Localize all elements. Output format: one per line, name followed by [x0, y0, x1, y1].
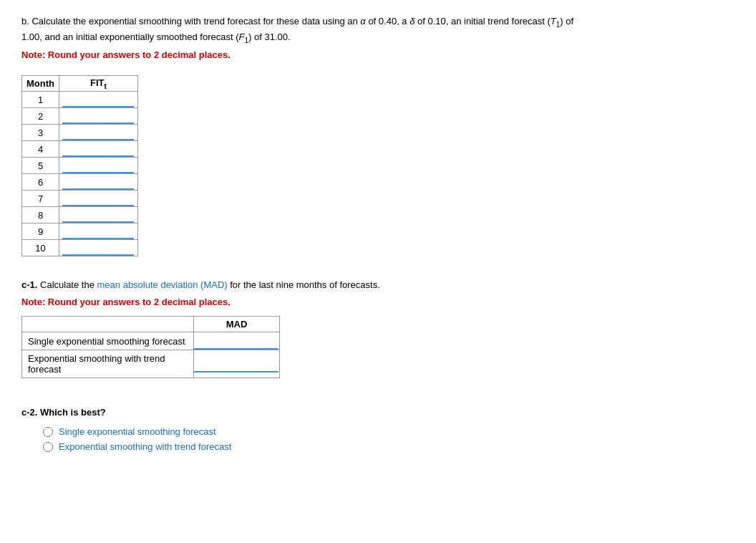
mad-table-label-cell: Exponential smoothing with trend forecas…	[22, 350, 194, 378]
mad-table-label-cell: Single exponential smoothing forecast	[22, 332, 194, 350]
fit-table-input-cell	[59, 207, 137, 224]
fit-table-input-cell	[59, 141, 137, 158]
fit-table-month-cell: 1	[22, 92, 59, 108]
fit-table-month-cell: 8	[22, 207, 59, 224]
radio-exponential-label[interactable]: Exponential smoothing with trend forecas…	[59, 441, 231, 452]
fit-table-input-cell	[59, 240, 137, 256]
question-c2-label: c-2. Which is best?	[21, 407, 735, 418]
radio-exponential[interactable]	[43, 442, 53, 452]
fit-input-row-6[interactable]	[62, 174, 134, 190]
fit-table-input-cell	[59, 108, 137, 125]
question-b: b. Calculate the exponential smoothing w…	[21, 14, 735, 62]
fit-table-input-cell	[59, 125, 137, 141]
fit-input-row-9[interactable]	[62, 224, 134, 239]
fit-table-input-cell	[59, 224, 137, 240]
question-b-note: Note: Round your answers to 2 decimal pl…	[21, 48, 735, 62]
fit-input-row-3[interactable]	[62, 125, 134, 140]
question-c1-note: Note: Round your answers to 2 decimal pl…	[21, 295, 735, 309]
mad-table-input-cell	[194, 350, 280, 378]
fit-table-month-cell: 3	[22, 125, 59, 141]
mad-input-row-1[interactable]	[194, 332, 278, 350]
fit-input-row-7[interactable]	[62, 191, 134, 206]
fit-table-month-cell: 10	[22, 240, 59, 256]
question-c1: c-1. Calculate the mean absolute deviati…	[21, 278, 735, 378]
fit-table-input-cell	[59, 158, 137, 174]
fit-input-row-5[interactable]	[62, 158, 134, 173]
mad-table-input-cell	[194, 332, 280, 350]
mad-table-empty-header	[22, 317, 194, 332]
fit-input-row-10[interactable]	[62, 240, 134, 256]
fit-table-input-cell	[59, 191, 137, 207]
fit-input-row-2[interactable]	[62, 108, 134, 124]
fit-table-input-cell	[59, 174, 137, 191]
mad-table-mad-header: MAD	[194, 317, 280, 332]
question-c1-text: c-1. Calculate the mean absolute deviati…	[21, 278, 735, 292]
radio-single[interactable]	[43, 427, 53, 437]
radio-option-single[interactable]: Single exponential smoothing forecast	[43, 426, 735, 437]
fit-input-row-8[interactable]	[62, 207, 134, 223]
fit-table-input-cell	[59, 92, 137, 108]
fit-table-month-cell: 7	[22, 191, 59, 207]
fit-table-fit-header: FITt	[59, 75, 137, 92]
fit-table-month-cell: 5	[22, 158, 59, 174]
fit-table-month-header: Month	[22, 75, 59, 92]
fit-input-row-4[interactable]	[62, 141, 134, 157]
fit-table-month-cell: 2	[22, 108, 59, 125]
radio-single-label[interactable]: Single exponential smoothing forecast	[59, 426, 216, 437]
fit-table: Month FITt 12345678910	[21, 75, 138, 257]
question-b-text: b. Calculate the exponential smoothing w…	[21, 14, 735, 45]
radio-option-exponential[interactable]: Exponential smoothing with trend forecas…	[43, 441, 735, 452]
fit-input-row-1[interactable]	[62, 92, 134, 107]
question-c2: c-2. Which is best? Single exponential s…	[21, 407, 735, 452]
mad-table: MAD Single exponential smoothing forecas…	[21, 316, 280, 378]
fit-table-month-cell: 9	[22, 224, 59, 240]
fit-table-month-cell: 6	[22, 174, 59, 191]
mad-input-row-2[interactable]	[194, 355, 278, 373]
fit-table-month-cell: 4	[22, 141, 59, 158]
